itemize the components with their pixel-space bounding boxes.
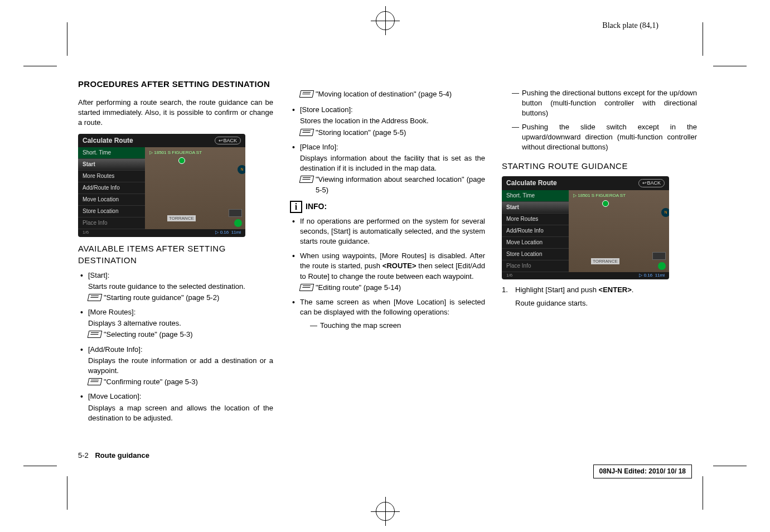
ss-address: ▷ 18501 S FIGUEROA ST: [573, 192, 626, 199]
crop-mark: [67, 22, 67, 56]
section-title: PROCEDURES AFTER SETTING DESTINATION: [78, 78, 273, 90]
ss-page: 1/6: [83, 229, 89, 235]
info-label: INFO:: [306, 201, 327, 212]
xref-icon: "Viewing information about searched loca…: [300, 175, 485, 195]
crop-mark: [713, 466, 747, 466]
page-footer: 5-2 Route guidance: [78, 451, 149, 461]
compass-north-icon: N: [238, 165, 245, 174]
menu-start: Start: [78, 159, 145, 171]
item-desc: Starts route guidance to the selected de…: [88, 282, 273, 292]
xref-icon: "Editing route" (page 5-14): [300, 283, 485, 293]
item-place-info: [Place Info]: Displays information about…: [290, 142, 485, 195]
menu-short-time: Short. Time: [78, 147, 145, 159]
xref-icon: "Starting route guidance" (page 5-2): [88, 293, 273, 303]
menu-place-info: Place Info: [78, 217, 145, 229]
north-icon: [658, 262, 666, 270]
menu-more-routes: More Routes: [78, 171, 145, 182]
xref-icon: "Moving location of destination" (page 5…: [300, 89, 485, 99]
scale-icon: [229, 209, 242, 217]
map-marker: [602, 200, 609, 207]
item-add-route: [Add/Route Info]: Displays the route inf…: [78, 345, 273, 388]
item-label: [Place Info]:: [300, 143, 338, 151]
item-desc: Displays a map screen and allows the loc…: [88, 403, 273, 423]
page-number: 5-2: [78, 451, 89, 460]
menu-place-info: Place Info: [502, 260, 569, 272]
registration-mark: [376, 11, 395, 30]
dash-item: Pushing the directional buttons except f…: [512, 88, 697, 119]
item-label: [Start]:: [88, 271, 109, 279]
column-3: Pushing the directional buttons except f…: [502, 78, 697, 428]
ss-city: TORRANCE: [167, 215, 196, 221]
dash-item: Pushing the slide switch except in the u…: [512, 122, 697, 153]
back-button: ↩BACK: [215, 137, 241, 145]
menu-add-route: Add/Route Info: [502, 225, 569, 237]
item-desc: Displays information about the facility …: [300, 153, 485, 173]
page-content: PROCEDURES AFTER SETTING DESTINATION Aft…: [78, 78, 697, 428]
calc-route-screenshot: Calculate Route ↩BACK Short. Time Start …: [78, 134, 245, 237]
scale-icon: [652, 252, 666, 260]
chapter-title: Route guidance: [95, 451, 149, 460]
step-sub: Route guidance starts.: [515, 298, 697, 308]
column-1: PROCEDURES AFTER SETTING DESTINATION Aft…: [78, 78, 273, 428]
item-more-routes: [More Routes]: Displays 3 alternative ro…: [78, 307, 273, 340]
route-key: <ROUTE>: [382, 262, 417, 270]
item-desc: Displays the route information or add a …: [88, 356, 273, 376]
ss-title: Calculate Route: [506, 178, 557, 188]
xref-icon: "Confirming route" (page 5-3): [88, 377, 273, 387]
step-number: 1.: [502, 285, 508, 295]
crop-mark: [703, 22, 703, 56]
north-icon: [234, 219, 242, 227]
info-item-2: When using waypoints, [More Routes] is d…: [290, 251, 485, 293]
intro-paragraph: After performing a route search, the rou…: [78, 98, 273, 128]
menu-add-route: Add/Route Info: [78, 182, 145, 194]
item-store-location: [Store Location]: Stores the location in…: [290, 105, 485, 138]
steps-list: 1. Highlight [Start] and push <ENTER>. R…: [502, 285, 697, 308]
ss-dist: ▷ 0.16 11mi: [215, 229, 241, 235]
menu-more-routes: More Routes: [502, 214, 569, 225]
available-items-heading: AVAILABLE ITEMS AFTER SETTING DESTINATIO…: [78, 243, 273, 266]
starting-guidance-heading: STARTING ROUTE GUIDANCE: [502, 160, 697, 172]
ss-address: ▷ 18501 S FIGUEROA ST: [149, 149, 202, 156]
item-label: [Store Location]:: [300, 105, 353, 114]
xref-icon: "Storing location" (page 5-5): [300, 128, 485, 138]
xref-icon: "Selecting route" (page 5-3): [88, 330, 273, 340]
crop-mark: [67, 476, 67, 510]
items-list-col1: [Start]: Starts route guidance to the se…: [78, 270, 273, 423]
info-text: The same screen as when [Move Location] …: [300, 298, 485, 316]
crop-mark: [703, 476, 703, 510]
menu-store-location: Store Location: [78, 206, 145, 217]
doc-id-box: 08NJ-N Edited: 2010/ 10/ 18: [593, 465, 692, 478]
info-item-3: The same screen as when [Move Location] …: [290, 297, 485, 331]
back-button: ↩BACK: [638, 179, 665, 187]
calc-route-screenshot-2: Calculate Route ↩BACK Short. Time Start …: [502, 176, 669, 279]
item-move-location: [Move Location]: Displays a map screen a…: [78, 391, 273, 423]
ss-page: 1/6: [506, 272, 512, 278]
enter-key: <ENTER>: [599, 286, 632, 294]
ss-city: TORRANCE: [591, 258, 619, 264]
item-label: [Move Location]:: [88, 392, 141, 400]
menu-short-time: Short. Time: [502, 190, 569, 202]
step-text: .: [632, 286, 634, 294]
menu-move-location: Move Location: [78, 194, 145, 206]
step-1: 1. Highlight [Start] and push <ENTER>. R…: [502, 285, 697, 308]
step-text: Highlight [Start] and push: [515, 286, 599, 294]
ss-title: Calculate Route: [83, 136, 133, 146]
menu-move-location: Move Location: [502, 237, 569, 249]
ss-menu: Short. Time Start More Routes Add/Route …: [78, 147, 145, 229]
ss-dist: ▷ 0.16 11mi: [639, 272, 665, 278]
crop-mark: [23, 466, 57, 466]
info-list: If no operations are performed on the sy…: [290, 216, 485, 331]
item-start: [Start]: Starts route guidance to the se…: [78, 270, 273, 303]
registration-mark: [376, 502, 395, 521]
info-item-1: If no operations are performed on the sy…: [290, 216, 485, 247]
menu-start: Start: [502, 202, 569, 214]
column-2: "Moving location of destination" (page 5…: [290, 78, 485, 428]
crop-mark: [23, 66, 57, 66]
item-label: [More Routes]:: [88, 308, 135, 316]
ss-map: ▷ 18501 S FIGUEROA ST N TORRANCE: [145, 147, 245, 229]
item-desc: Stores the location in the Address Book.: [300, 116, 485, 126]
menu-store-location: Store Location: [502, 249, 569, 260]
info-icon: i: [290, 201, 302, 213]
item-desc: Displays 3 alternative routes.: [88, 318, 273, 328]
compass-north-icon: N: [661, 208, 669, 217]
